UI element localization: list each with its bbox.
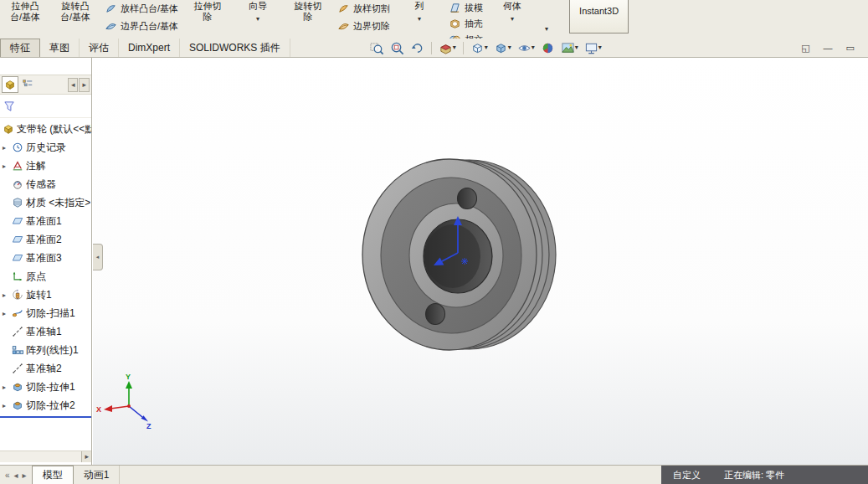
rollback-bar[interactable] (0, 416, 91, 418)
linear-pattern-button[interactable]: 列▾ (394, 0, 444, 39)
lofted-cut-button[interactable]: 放样切割 (337, 2, 390, 16)
history-icon (12, 142, 23, 153)
lofted-boss-button[interactable]: 放样凸台/基体 (105, 2, 178, 16)
expand-arrow-icon[interactable]: ▸ (3, 402, 9, 409)
revolve-icon (12, 289, 23, 301)
panel-collapse-handle[interactable]: ◂ (93, 244, 103, 270)
zoom-to-fit-button[interactable] (367, 39, 387, 56)
tab-evaluate[interactable]: 评估 (80, 39, 119, 57)
expand-arrow-icon[interactable]: ▸ (3, 162, 9, 170)
dropdown-caret-icon: ▾ (418, 16, 421, 23)
previous-view-button[interactable] (408, 39, 427, 56)
tab-sketch[interactable]: 草图 (40, 39, 80, 57)
curves-button[interactable]: ▾ (537, 0, 556, 39)
bottom-tab-scroll-buttons: «◂▸ (0, 466, 32, 484)
prevview-icon (410, 41, 424, 55)
model-tab[interactable]: 模型 (32, 466, 74, 484)
window-maximize-button[interactable]: ▭ (846, 43, 855, 54)
tab-scroll-right-button[interactable]: ▸ (23, 471, 27, 480)
tab-features[interactable]: 特征 (0, 39, 40, 57)
expand-arrow-icon[interactable]: ▸ (3, 310, 9, 317)
displaystyle-icon (494, 41, 508, 55)
tree-item[interactable]: ▸历史记录 (0, 138, 91, 157)
tree-item[interactable]: ▸切除-扫描1 (0, 304, 91, 322)
panel-horizontal-scrollbar[interactable]: ▸ (0, 451, 91, 462)
apply-scene-button[interactable]: ▾ (558, 39, 581, 56)
tree-item[interactable]: 阵列(线性)1 (0, 341, 91, 359)
display-style-button[interactable]: ▾ (491, 39, 514, 56)
extruded-boss-button[interactable]: 拉伸凸 台/基体 (0, 0, 50, 39)
expand-arrow-icon[interactable]: ▸ (3, 144, 9, 152)
graphics-area[interactable]: Y X Z ◂ (93, 58, 868, 465)
window-restore-button[interactable]: ◱ (801, 43, 809, 54)
tree-item[interactable]: 基准面2 (0, 230, 91, 249)
tab-solidworks-addins[interactable]: SOLIDWORKS 插件 (180, 39, 290, 57)
plane-icon (12, 234, 23, 245)
graphics-scene-svg[interactable]: Y X Z (93, 58, 868, 465)
tree-item[interactable]: 基准面1 (0, 212, 91, 230)
tree-item[interactable]: 基准面3 (0, 249, 91, 267)
boundary-boss-button[interactable]: 边界凸台/基体 (105, 19, 178, 33)
hole-wizard-button[interactable]: 向导▾ (233, 0, 283, 39)
tree-item-label: 基准面3 (26, 251, 62, 265)
panel-scroll-left-button[interactable]: ◂ (68, 78, 79, 92)
triad-y-label: Y (126, 373, 131, 381)
cutextrude-icon (12, 381, 23, 393)
revolved-boss-button[interactable]: 旋转凸 台/基体 (50, 0, 100, 39)
tree-item[interactable]: ▸注解 (0, 157, 91, 175)
dropdown-caret-icon: ▾ (545, 26, 548, 33)
tree-item[interactable]: 基准轴2 (0, 359, 91, 378)
shell-icon (449, 18, 461, 30)
expand-arrow-icon[interactable]: ▸ (3, 291, 9, 299)
revolved-cut-button[interactable]: 旋转切 除 (283, 0, 333, 39)
shell-button[interactable]: 抽壳 (449, 18, 483, 30)
motion-study-tab[interactable]: 动画1 (74, 466, 121, 484)
featuremanager-tab[interactable] (2, 76, 18, 93)
tree-item[interactable]: ▸旋转1 (0, 286, 91, 304)
pulley-hole-top[interactable] (458, 188, 477, 209)
instant3d-toggle-button[interactable]: Instant3D (569, 0, 629, 33)
linear-pattern-button-label: 列 (415, 1, 424, 12)
tree-filter-row[interactable] (0, 96, 91, 118)
boundary-icon (105, 20, 117, 33)
reference-geometry-button[interactable]: 何体▾ (487, 0, 537, 39)
tree-item[interactable]: 传感器 (0, 175, 91, 193)
tree-item[interactable]: 基准轴1 (0, 322, 91, 341)
tree-root-item[interactable]: 支带轮 (默认<<默认 (0, 120, 91, 138)
part-icon (4, 79, 16, 90)
draft-button-label: 拔模 (465, 2, 483, 14)
pulley-model[interactable] (362, 159, 556, 350)
tree-item[interactable]: 原点 (0, 267, 91, 286)
dropdown-caret-icon: ▾ (575, 44, 578, 51)
edit-appearance-button[interactable] (538, 39, 557, 56)
propertymanager-tab[interactable] (20, 76, 35, 93)
cutextrude-icon (12, 399, 23, 411)
axis-icon (12, 326, 23, 337)
pulley-hole-bottom[interactable] (426, 304, 445, 325)
hide-show-items-button[interactable]: ▾ (515, 39, 537, 56)
section-view-button[interactable]: ▾ (436, 39, 459, 56)
tree-item[interactable]: 材质 <未指定> (0, 193, 91, 212)
view-orientation-triad: Y X Z (96, 373, 152, 430)
tree-item[interactable]: ▸切除-拉伸2 (0, 396, 91, 414)
tab-scroll-left-button[interactable]: ◂ (14, 471, 18, 480)
tree-item[interactable]: ▸切除-拉伸1 (0, 378, 91, 396)
sensors-icon (12, 178, 23, 190)
extruded-cut-button-label: 拉伸切 除 (194, 1, 222, 23)
view-orientation-button[interactable]: ▾ (468, 39, 490, 56)
panel-scroll-right-button[interactable]: ▸ (79, 78, 90, 92)
reference-geometry-button-label: 何体 (503, 1, 521, 12)
extruded-cut-button[interactable]: 拉伸切 除 (182, 0, 233, 39)
tab-dimxpert[interactable]: DimXpert (119, 39, 180, 57)
draft-button[interactable]: 拔模 (449, 2, 483, 14)
zoom-to-area-button[interactable] (388, 39, 407, 56)
window-minimize-button[interactable]: — (824, 43, 833, 53)
dropdown-caret-icon: ▾ (532, 44, 535, 51)
panel-hscroll-right-button[interactable]: ▸ (81, 451, 91, 462)
status-bar-fill (120, 466, 661, 484)
tab-scroll-first-button[interactable]: « (5, 471, 10, 480)
ribbon: 拉伸凸 台/基体旋转凸 台/基体放样凸台/基体边界凸台/基体拉伸切 除向导▾旋转… (0, 0, 868, 39)
boundary-cut-button[interactable]: 边界切除 (337, 19, 390, 33)
expand-arrow-icon[interactable]: ▸ (3, 384, 9, 391)
view-settings-button[interactable]: ▾ (582, 39, 604, 56)
